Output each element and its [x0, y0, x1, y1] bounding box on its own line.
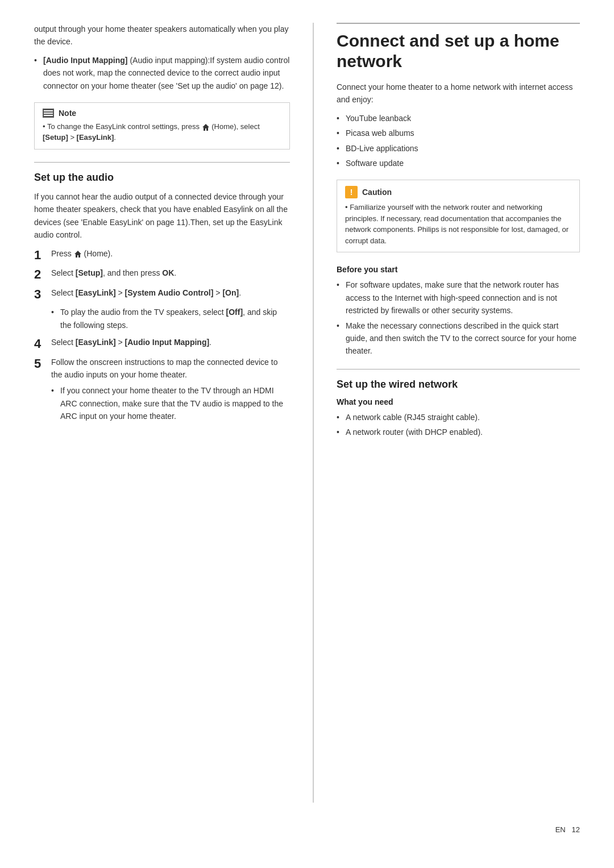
step-5: 5 Follow the onscreen instructions to ma… [34, 356, 290, 381]
what-you-need-bullet-1: A network cable (RJ45 straight cable). [337, 411, 580, 423]
step-4-text: Select [EasyLink] > [Audio Input Mapping… [51, 336, 290, 348]
note-line-3 [44, 115, 53, 116]
what-you-need-title: What you need [337, 397, 580, 406]
intro-text: output through your home theater speaker… [34, 23, 290, 48]
note-icon [43, 109, 54, 118]
note-label: Note [59, 109, 76, 118]
what-you-need-bullet-2: A network router (with DHCP enabled). [337, 426, 580, 438]
svg-marker-1 [74, 251, 81, 258]
step-5-sub-bullet-1: If you connect your home theater to the … [51, 384, 290, 422]
note-text: • To change the EasyLink control setting… [43, 121, 281, 143]
step-2-number: 2 [34, 267, 51, 283]
before-start-bullet-2: Make the necessary connections described… [337, 319, 580, 358]
audio-input-bullet-list: [Audio Input Mapping] (Audio input mappi… [34, 54, 290, 92]
note-header: Note [43, 109, 281, 118]
footer-spacer [566, 825, 572, 834]
audio-input-text: [Audio Input Mapping] (Audio input mappi… [43, 56, 289, 90]
intro-bullet-1: YouTube leanback [337, 112, 580, 124]
note-icon-lines [44, 110, 53, 116]
wired-network-title: Set up the wired network [337, 379, 580, 391]
step-1-number: 1 [34, 247, 51, 264]
svg-marker-0 [202, 124, 209, 131]
step-1: 1 Press (Home). [34, 247, 290, 264]
footer-page: 12 [572, 825, 580, 834]
step-5-number: 5 [34, 356, 51, 372]
intro-bullets: YouTube leanback Picasa web albums BD-Li… [337, 112, 580, 170]
before-you-start-title: Before you start [337, 265, 580, 274]
section-divider-audio [34, 162, 290, 163]
step-5-text: Follow the onscreen instructions to map … [51, 356, 290, 381]
set-up-audio-body: If you cannot hear the audio output of a… [34, 190, 290, 242]
note-line-1 [44, 110, 53, 111]
intro-bullet-2: Picasa web albums [337, 127, 580, 139]
steps-list: 1 Press (Home). 2 Select [Setup], and th… [34, 247, 290, 423]
page-container: output through your home theater speaker… [0, 0, 614, 868]
footer-lang: EN [555, 825, 566, 834]
right-column: Connect and set up a home network Connec… [313, 23, 580, 803]
right-intro: Connect your home theater to a home netw… [337, 81, 580, 106]
caution-text: • Familiarize yourself with the network … [345, 202, 571, 246]
caution-header: ! Caution [345, 186, 571, 198]
main-title: Connect and set up a home network [337, 23, 580, 72]
step-2: 2 Select [Setup], and then press OK. [34, 267, 290, 283]
caution-box: ! Caution • Familiarize yourself with th… [337, 180, 580, 252]
note-line-2 [44, 113, 53, 114]
step-3-sub-bullet-1: To play the audio from the TV speakers, … [51, 306, 290, 331]
set-up-audio-title: Set up the audio [34, 172, 290, 184]
step-4: 4 Select [EasyLink] > [Audio Input Mappi… [34, 336, 290, 352]
step-3-number: 3 [34, 286, 51, 303]
step-3-text: Select [EasyLink] > [System Audio Contro… [51, 286, 290, 299]
step-4-number: 4 [34, 336, 51, 352]
note-box: Note • To change the EasyLink control se… [34, 102, 290, 149]
audio-input-bullet: [Audio Input Mapping] (Audio input mappi… [34, 54, 290, 92]
left-column: output through your home theater speaker… [34, 23, 290, 803]
caution-label: Caution [362, 188, 392, 197]
two-column-layout: output through your home theater speaker… [34, 23, 580, 803]
before-start-bullets: For software updates, make sure that the… [337, 279, 580, 357]
step-3-sub-bullets: To play the audio from the TV speakers, … [34, 306, 290, 331]
step-3: 3 Select [EasyLink] > [System Audio Cont… [34, 286, 290, 303]
intro-bullet-3: BD-Live applications [337, 142, 580, 155]
intro-bullet-4: Software update [337, 157, 580, 169]
section-divider-wired [337, 369, 580, 369]
caution-icon: ! [345, 186, 358, 198]
before-start-bullet-1: For software updates, make sure that the… [337, 279, 580, 317]
step-5-sub-bullets: If you connect your home theater to the … [34, 384, 290, 422]
step-2-text: Select [Setup], and then press OK. [51, 267, 290, 279]
home-icon-step1 [74, 250, 82, 258]
page-footer: EN 12 [34, 825, 580, 834]
home-icon [202, 123, 210, 131]
what-you-need-bullets: A network cable (RJ45 straight cable). A… [337, 411, 580, 439]
step-1-text: Press (Home). [51, 247, 290, 260]
